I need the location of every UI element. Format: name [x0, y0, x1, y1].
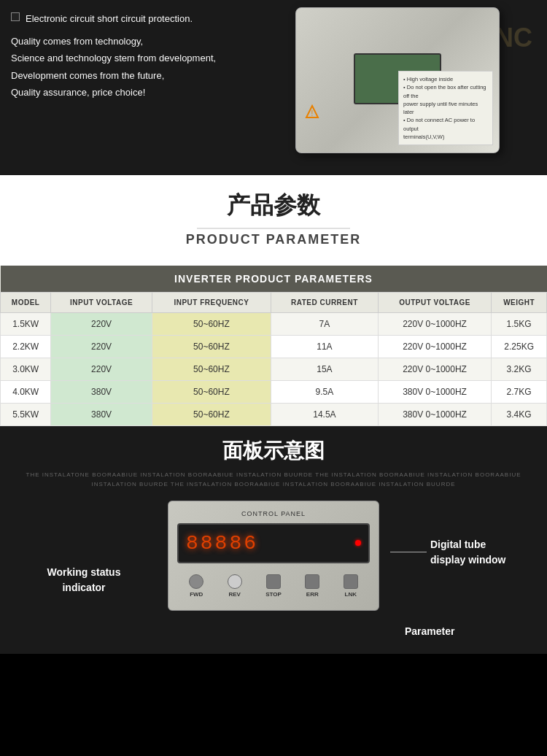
cell-input-f-3: 50~60HZ	[152, 381, 271, 404]
cell-input-v-0: 220V	[51, 313, 152, 336]
product-param-title-en: PRODUCT PARAMETER	[11, 232, 536, 247]
control-panel-label: CONTROL PANEL	[177, 510, 370, 517]
panel-title-zh: 面板示意图	[11, 437, 536, 465]
col-model: MODEL	[1, 293, 51, 313]
panel-diagram-area: Working status indicator CONTROL PANEL 8…	[11, 493, 536, 654]
cell-model-1: 2.2KW	[1, 336, 51, 358]
svg-text:!: !	[311, 109, 314, 117]
inverter-image: • High voltage inside • Do not open the …	[295, 7, 500, 153]
annotation-working-status: Working status indicator	[11, 565, 157, 595]
col-rated-current: RATED CURRENT	[271, 293, 378, 313]
btn-fwd-circle[interactable]	[189, 574, 203, 589]
cell-output-v-3: 380V 0~1000HZ	[378, 381, 491, 404]
col-output-voltage: OUTPUT VOLTAGE	[378, 293, 491, 313]
annotation-right-text: Digital tube display window	[430, 537, 505, 568]
button-row: FWD REV STOP ERR	[177, 571, 370, 601]
title-underline	[197, 228, 350, 229]
hero-text: Electronic circuit short circuit protect…	[11, 7, 259, 101]
cell-input-f-0: 50~60HZ	[152, 313, 271, 336]
tagline-line-3: Development comes from the future,	[11, 67, 259, 84]
btn-stop[interactable]: STOP	[265, 574, 282, 598]
display-indicator-dot	[355, 540, 361, 546]
tagline-line-1: Quality comes from technology,	[11, 33, 259, 50]
btn-rev-circle[interactable]	[228, 574, 242, 589]
btn-lnk-circle[interactable]	[344, 574, 358, 589]
cell-input-v-3: 380V	[51, 381, 152, 404]
annotation-digital-tube: Digital tube display window	[390, 537, 536, 568]
btn-rev-label: REV	[228, 591, 240, 598]
cell-weight-0: 1.5KG	[492, 313, 547, 336]
cell-output-v-2: 220V 0~1000HZ	[378, 358, 491, 381]
control-panel-image: CONTROL PANEL 88886 FWD REV	[168, 501, 379, 611]
cell-input-f-2: 50~60HZ	[152, 358, 271, 381]
annotation-parameter: Parameter	[405, 624, 536, 639]
cell-output-v-0: 220V 0~1000HZ	[378, 313, 491, 336]
cell-rated-c-3: 9.5A	[271, 381, 378, 404]
btn-rev[interactable]: REV	[228, 574, 242, 598]
display-screen: 88886	[177, 523, 370, 563]
table-row: 1.5KW 220V 50~60HZ 7A 220V 0~1000HZ 1.5K…	[1, 313, 547, 336]
cell-model-2: 3.0KW	[1, 358, 51, 381]
table-row: 2.2KW 220V 50~60HZ 11A 220V 0~1000HZ 2.2…	[1, 336, 547, 358]
cell-output-v-4: 380V 0~1000HZ	[378, 404, 491, 426]
hero-image-area: • High voltage inside • Do not open the …	[259, 7, 536, 153]
table-row: 5.5KW 380V 50~60HZ 14.5A 380V 0~1000HZ 3…	[1, 404, 547, 426]
tagline-line-4: Quality assurance, price choice!	[11, 84, 259, 101]
col-input-voltage: INPUT VOLTAGE	[51, 293, 152, 313]
table-row: 3.0KW 220V 50~60HZ 15A 220V 0~1000HZ 3.2…	[1, 358, 547, 381]
digit-display: 88886	[186, 532, 258, 555]
control-panel-box: CONTROL PANEL 88886 FWD REV	[168, 501, 379, 611]
cell-input-v-2: 220V	[51, 358, 152, 381]
tagline: Quality comes from technology, Science a…	[11, 33, 259, 101]
table-row: 4.0KW 380V 50~60HZ 9.5A 380V 0~1000HZ 2.…	[1, 381, 547, 404]
warning-triangle-icon: !	[305, 104, 319, 122]
cell-weight-4: 3.4KG	[492, 404, 547, 426]
cell-model-0: 1.5KW	[1, 313, 51, 336]
panel-section: 面板示意图 THE INSTALATONE BOORAABIUE INSTALA…	[0, 426, 547, 654]
btn-err[interactable]: ERR	[305, 574, 319, 598]
param-table-container: INVERTER PRODUCT PARAMETERS MODEL INPUT …	[0, 266, 547, 426]
warning-label: • High voltage inside • Do not open the …	[403, 76, 486, 140]
btn-stop-label: STOP	[265, 591, 282, 598]
cell-model-3: 4.0KW	[1, 381, 51, 404]
cell-input-v-1: 220V	[51, 336, 152, 358]
bullet-square	[11, 12, 20, 21]
panel-subtitle: THE INSTALATONE BOORAABIUE INSTALATION B…	[11, 471, 536, 490]
col-input-frequency: INPUT FREQUENCY	[152, 293, 271, 313]
cell-input-v-4: 380V	[51, 404, 152, 426]
cell-input-f-4: 50~60HZ	[152, 404, 271, 426]
tagline-line-2: Science and technology stem from develop…	[11, 50, 259, 66]
cell-weight-2: 3.2KG	[492, 358, 547, 381]
cell-rated-c-1: 11A	[271, 336, 378, 358]
param-table: INVERTER PRODUCT PARAMETERS MODEL INPUT …	[0, 266, 547, 426]
cell-weight-1: 2.25KG	[492, 336, 547, 358]
bullet1-text: Electronic circuit short circuit protect…	[26, 11, 193, 27]
cell-output-v-1: 220V 0~1000HZ	[378, 336, 491, 358]
cell-rated-c-4: 14.5A	[271, 404, 378, 426]
btn-err-circle[interactable]	[305, 574, 319, 589]
btn-err-label: ERR	[306, 591, 319, 598]
btn-stop-circle[interactable]	[266, 574, 281, 589]
annotation-line-right	[390, 552, 427, 552]
btn-lnk[interactable]: LNK	[344, 574, 358, 598]
cell-input-f-1: 50~60HZ	[152, 336, 271, 358]
btn-fwd[interactable]: FWD	[189, 574, 203, 598]
product-param-title-zh: 产品参数	[11, 190, 536, 222]
product-param-section: 产品参数 PRODUCT PARAMETER	[0, 175, 547, 266]
cell-rated-c-2: 15A	[271, 358, 378, 381]
btn-fwd-label: FWD	[190, 591, 203, 598]
annotation-left-text: Working status indicator	[11, 565, 157, 595]
table-header-cell: INVERTER PRODUCT PARAMETERS	[1, 266, 547, 293]
hero-section: BALE HYCNC Electronic circuit short circ…	[0, 0, 547, 175]
annotation-right-bottom-text: Parameter	[405, 624, 536, 639]
table-column-headers: MODEL INPUT VOLTAGE INPUT FREQUENCY RATE…	[1, 293, 547, 313]
col-weight: WEIGHT	[492, 293, 547, 313]
table-main-header: INVERTER PRODUCT PARAMETERS	[1, 266, 547, 293]
btn-lnk-label: LNK	[345, 591, 357, 598]
cell-model-4: 5.5KW	[1, 404, 51, 426]
cell-rated-c-0: 7A	[271, 313, 378, 336]
cell-weight-3: 2.7KG	[492, 381, 547, 404]
